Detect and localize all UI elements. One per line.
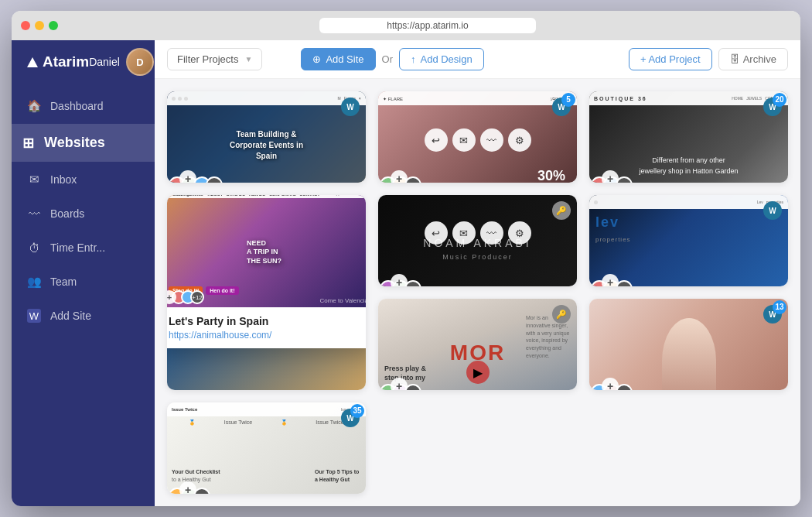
badge-wrapper: W 20 (763, 98, 782, 116)
blazing-tagline: Come to Valencia (319, 297, 366, 304)
upload-icon: ↑ (411, 53, 416, 65)
wordpress-icon: W (27, 309, 41, 323)
wp-badge: W 20 (763, 98, 782, 116)
card-avatars: + +12 (595, 384, 633, 390)
filter-projects-select[interactable]: Filter Projects ▼ (167, 48, 262, 70)
add-avatar-button[interactable]: + (179, 170, 196, 183)
archive-icon: 🗄 (730, 53, 740, 65)
filter-label: Filter Projects (177, 53, 238, 65)
sidebar-item-add-site[interactable]: W Add Site (12, 300, 155, 332)
top-tips: Our Top 5 Tips to a Healthy Gut (315, 468, 361, 484)
add-site-button[interactable]: ⊕ Add Site (301, 48, 375, 70)
clock-icon: ⏱ (27, 241, 41, 255)
app-body: Atarim Daniel D 🏠 Dashboard ⊞ Websites (12, 40, 800, 506)
project-card-mor[interactable]: MOR Press play &step into myworld Mor is… (378, 299, 577, 390)
sidebar-item-time-entries[interactable]: ⏱ Time Entr... (12, 231, 155, 264)
logo-text: Atarim (43, 53, 89, 70)
chart-icon: 〰 (480, 221, 503, 245)
thumb-action-icons: ↩ ✉ 〰 ⚙ (425, 128, 531, 152)
user-avatar[interactable]: D (126, 48, 154, 76)
fake-browser-header: BOUTIQUE 36 HOMEJEWELSCONTACT (589, 91, 788, 105)
more-avatars: +12 (206, 176, 223, 183)
email-icon: ✉ (452, 221, 476, 245)
browser-url: https://app.atarim.io (64, 18, 791, 33)
add-avatar-button[interactable]: + (179, 481, 196, 494)
play-button[interactable]: ▶ (466, 361, 490, 384)
badge-wrapper: W 5 (552, 98, 571, 116)
project-card-blazing[interactable]: 🔒 BlaizingEvents ABOUT STAG DO HEN DO CO… (167, 195, 366, 390)
sidebar-item-label: Boards (50, 207, 84, 220)
right-actions: + Add Project 🗄 Archive (629, 48, 788, 70)
sidebar-item-dashboard[interactable]: 🏠 Dashboard (12, 90, 155, 122)
project-card-fluffy[interactable]: + +12 W 13 Fashion In The House (589, 299, 788, 390)
logo-triangle-icon (27, 57, 38, 67)
dot-yellow[interactable] (35, 21, 44, 30)
add-avatar-button[interactable]: + (602, 170, 619, 183)
logo-area: Atarim (27, 53, 89, 70)
add-design-button[interactable]: ↑ Add Design (399, 48, 484, 70)
dot-red[interactable] (21, 21, 30, 30)
project-card-londonlet[interactable]: Levproperties lev properties להשקיע בלונ… (589, 195, 788, 286)
url-bar[interactable]: https://app.atarim.io (319, 18, 536, 33)
sidebar: Atarim Daniel D 🏠 Dashboard ⊞ Websites (12, 40, 155, 506)
add-avatar-button[interactable]: + (391, 378, 408, 390)
card-avatars: + +12 (173, 488, 210, 494)
project-card-jewellery[interactable]: BOUTIQUE 36 HOMEJEWELSCONTACT Different … (589, 91, 788, 183)
person-photo-placeholder (589, 299, 788, 390)
project-card-music-producer[interactable]: NOAM AKRABIMusic Producer ↩ ✉ 〰 ⚙ + +12 (378, 195, 577, 286)
badge-wrapper: W (763, 201, 782, 220)
archive-button[interactable]: 🗄 Archive (718, 48, 788, 70)
sidebar-item-team[interactable]: 👥 Team (12, 265, 155, 298)
add-site-label: Add Site (326, 53, 363, 65)
fake-browser-bar: 🔒 BlaizingEvents ABOUT STAG DO HEN DO CO… (167, 195, 366, 198)
thumb-headline: Team Building & Corporate Events in Spai… (220, 129, 313, 162)
key-badge: 🔑 (552, 305, 571, 324)
overlay-card[interactable]: 🔒 BlaizingEvents ABOUT STAG DO HEN DO CO… (167, 195, 366, 348)
card-avatars: + +12 (384, 280, 421, 286)
badge-wrapper: W 13 (763, 305, 782, 324)
project-card-fashion-guru[interactable]: ✦ FLARE טבעמלון▾ ↩ ✉ 〰 ⚙ 30% + (378, 91, 577, 183)
boards-icon: 〰 (27, 207, 41, 221)
add-avatar-button[interactable]: + (602, 378, 619, 390)
main-content: Filter Projects ▼ ⊕ Add Site Or ↑ Add De… (155, 40, 800, 506)
dot-green[interactable] (49, 21, 58, 30)
card-avatars: + +12 (595, 176, 633, 183)
share-icon: ↩ (425, 128, 448, 152)
percent-text: 30% (537, 168, 565, 183)
add-project-label: + Add Project (640, 53, 701, 65)
notif-count: 35 (350, 404, 364, 418)
add-avatar-button[interactable]: + (391, 274, 408, 286)
sidebar-item-websites[interactable]: ⊞ Websites (12, 124, 155, 162)
project-card-buyitnow[interactable]: Issue Twice Issue Twice 🏅Issue Twice🏅Iss… (167, 402, 366, 494)
more-avatars: +12 (190, 290, 204, 304)
grid-icon: ⊞ (21, 136, 35, 150)
fake-browser-header: ΜEvents▾ (167, 91, 366, 105)
sidebar-nav: 🏠 Dashboard ⊞ Websites ✉ Inbox 〰 Boards … (12, 84, 155, 338)
sidebar-item-label: Team (50, 276, 77, 288)
team-icon: 👥 (27, 275, 41, 289)
chart-icon: 〰 (480, 128, 503, 152)
add-avatar-button[interactable]: + (391, 170, 408, 183)
badge-wrapper: W 35 (341, 409, 360, 427)
sidebar-item-boards[interactable]: 〰 Boards (12, 197, 155, 230)
wp-badge: W (763, 201, 782, 220)
overlay-card-url: https://animalhouse.com/ (169, 330, 366, 341)
add-avatar-button[interactable]: + (602, 274, 619, 286)
badge-wrapper: 🔑 (552, 305, 571, 324)
sidebar-item-label: Add Site (50, 310, 91, 322)
user-name: Daniel (89, 56, 120, 68)
badge-wrapper: W (341, 98, 360, 116)
notif-count: 13 (773, 300, 786, 314)
add-site-icon: ⊕ (312, 53, 321, 65)
card-thumbnail: MOR Press play &step into myworld Mor is… (378, 299, 577, 390)
sidebar-item-inbox[interactable]: ✉ Inbox (12, 163, 155, 196)
overlay-card-info: Let's Party in Spain https://animalhouse… (167, 307, 366, 348)
add-project-button[interactable]: + Add Project (629, 48, 712, 70)
or-label: Or (382, 53, 393, 65)
card-avatars: + +12 (384, 384, 421, 390)
notif-count: 20 (773, 93, 786, 107)
project-card-corporate[interactable]: ΜEvents▾ Team Building & Corporate Event… (167, 91, 366, 183)
card-avatars: + +12 (173, 176, 223, 183)
key-badge: 🔑 (552, 201, 571, 220)
card-avatars: + +12 (384, 176, 421, 183)
